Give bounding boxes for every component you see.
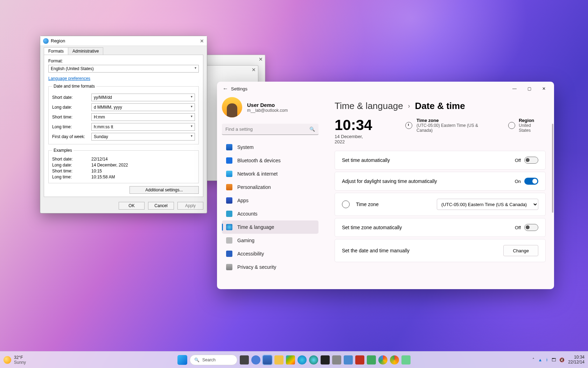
change-button[interactable]: Change bbox=[503, 245, 538, 256]
maximize-button[interactable]: ▢ bbox=[522, 83, 537, 94]
app-icon[interactable] bbox=[367, 355, 376, 364]
sidebar-label: Bluetooth & devices bbox=[237, 158, 281, 163]
terminal-icon[interactable] bbox=[321, 355, 330, 364]
auto-time-toggle[interactable] bbox=[524, 157, 538, 164]
user-email: m__lab@outlook.com bbox=[247, 108, 288, 113]
avatar[interactable] bbox=[222, 97, 242, 117]
start-button[interactable] bbox=[177, 355, 187, 365]
explorer-icon[interactable] bbox=[274, 355, 284, 364]
dst-toggle[interactable] bbox=[524, 178, 538, 185]
scrollbar-thumb[interactable] bbox=[552, 124, 553, 213]
card-auto-time: Set time automatically Off bbox=[335, 151, 546, 170]
manual-time-label: Set the date and time manually bbox=[342, 248, 410, 253]
sidebar-label: Accessibility bbox=[237, 251, 264, 257]
sidebar-label: Accounts bbox=[237, 211, 258, 217]
breadcrumb-parent[interactable]: Time & language bbox=[335, 101, 403, 111]
taskbar-search[interactable]: 🔍Search bbox=[190, 355, 237, 365]
sidebar-item-gaming[interactable]: Gaming bbox=[222, 234, 318, 247]
settings-icon[interactable] bbox=[263, 355, 272, 364]
search-icon: 🔍 bbox=[194, 357, 200, 362]
chat-icon[interactable] bbox=[251, 355, 260, 364]
app-icon[interactable] bbox=[401, 355, 411, 364]
sidebar-item-privacy[interactable]: Privacy & security bbox=[222, 260, 318, 274]
apply-button[interactable]: Apply bbox=[177, 202, 203, 210]
language-preferences-link[interactable]: Language preferences bbox=[48, 76, 90, 81]
timezone-select[interactable]: (UTC-05:00) Eastern Time (US & Canada) bbox=[437, 199, 538, 210]
bluetooth-icon bbox=[226, 157, 232, 164]
long-date-select[interactable]: d MMMM, yyyy bbox=[91, 103, 195, 111]
system-icon bbox=[226, 144, 232, 150]
sidebar-item-personalization[interactable]: Personalization bbox=[222, 180, 318, 194]
weather-cond: Sunny bbox=[14, 360, 26, 365]
close-icon[interactable]: ✕ bbox=[259, 56, 263, 62]
timezone-row-label: Time zone bbox=[356, 202, 379, 207]
tab-administrative[interactable]: Administrative bbox=[68, 47, 103, 55]
region-titlebar[interactable]: Region ✕ bbox=[40, 36, 207, 46]
format-select[interactable]: English (United States) bbox=[48, 65, 199, 73]
globe-icon bbox=[508, 122, 515, 129]
formats-group-label: Date and time formats bbox=[52, 84, 96, 89]
onedrive-icon[interactable]: ▲ bbox=[538, 357, 542, 362]
first-day-select[interactable]: Sunday bbox=[91, 133, 195, 141]
additional-settings-button[interactable]: Additional settings... bbox=[130, 186, 199, 194]
brush-icon bbox=[226, 184, 232, 190]
taskbar-clock[interactable]: 10:34 22/12/14 bbox=[568, 355, 584, 365]
cancel-button[interactable]: Cancel bbox=[148, 202, 174, 210]
sidebar-item-apps[interactable]: Apps bbox=[222, 194, 318, 207]
card-timezone: Time zone (UTC-05:00) Eastern Time (US &… bbox=[335, 193, 546, 216]
region-value: United States bbox=[519, 123, 544, 133]
sidebar-item-accounts[interactable]: Accounts bbox=[222, 207, 318, 220]
app-icon[interactable] bbox=[344, 355, 353, 364]
sidebar-label: Gaming bbox=[237, 238, 254, 243]
taskview-icon[interactable] bbox=[240, 355, 249, 364]
chrome-icon[interactable] bbox=[378, 355, 387, 364]
sidebar-label: Time & language bbox=[237, 224, 274, 230]
wifi-icon bbox=[226, 171, 232, 177]
sun-icon bbox=[4, 356, 11, 364]
gamepad-icon bbox=[226, 237, 232, 244]
close-icon[interactable]: ✕ bbox=[200, 38, 204, 44]
bluetooth-icon[interactable]: ᚼ bbox=[546, 357, 548, 362]
sidebar-item-network[interactable]: Network & internet bbox=[222, 167, 318, 180]
app-icon[interactable] bbox=[332, 355, 341, 364]
edge-dev-icon[interactable] bbox=[309, 355, 318, 364]
auto-tz-toggle[interactable] bbox=[524, 224, 538, 231]
long-time-select[interactable]: h:mm:ss tt bbox=[91, 123, 195, 131]
card-manual-time: Set the date and time manually Change bbox=[335, 239, 546, 262]
battery-icon[interactable]: 🗔 bbox=[552, 357, 556, 362]
sidebar-item-accessibility[interactable]: Accessibility bbox=[222, 247, 318, 260]
sidebar-item-bluetooth[interactable]: Bluetooth & devices bbox=[222, 154, 318, 167]
weather-widget[interactable]: 32°F Sunny bbox=[4, 355, 26, 365]
scrollbar[interactable] bbox=[552, 124, 553, 286]
chrome-canary-icon[interactable] bbox=[390, 355, 399, 364]
short-date-select[interactable]: yy/MM/dd bbox=[91, 94, 195, 101]
taskbar: 32°F Sunny 🔍Search ˄ ▲ ᚼ 🗔 🔇 10:34 22/12… bbox=[0, 351, 588, 368]
ok-button[interactable]: OK bbox=[119, 202, 145, 210]
search-icon[interactable]: 🔍 bbox=[309, 127, 315, 132]
region-title: Region bbox=[51, 38, 65, 43]
sidebar-item-system[interactable]: System bbox=[222, 141, 318, 154]
close-button[interactable]: ✕ bbox=[537, 83, 551, 94]
edge-icon[interactable] bbox=[298, 355, 307, 364]
app-icon[interactable] bbox=[355, 355, 364, 364]
timezone-value: (UTC-05:00) Eastern Time (US & Canada) bbox=[416, 123, 494, 133]
chevron-right-icon: › bbox=[408, 102, 410, 110]
globe-icon bbox=[43, 38, 49, 44]
volume-mute-icon[interactable]: 🔇 bbox=[559, 357, 565, 362]
chevron-up-icon[interactable]: ˄ bbox=[532, 357, 534, 362]
store-icon[interactable] bbox=[286, 355, 295, 364]
minimize-button[interactable]: ― bbox=[507, 83, 522, 94]
sidebar-item-time-language[interactable]: Time & language bbox=[222, 220, 318, 234]
back-button[interactable]: ← bbox=[220, 86, 231, 92]
page-title: Date & time bbox=[415, 101, 465, 111]
sidebar-label: Privacy & security bbox=[237, 264, 276, 270]
close-icon[interactable]: ✕ bbox=[252, 67, 256, 73]
window-title: Settings bbox=[231, 86, 247, 91]
short-time-label: Short time: bbox=[52, 115, 91, 120]
short-time-select[interactable]: H:mm bbox=[91, 113, 195, 121]
ex-long-time-value: 10:15:58 AM bbox=[91, 175, 115, 179]
tab-formats[interactable]: Formats bbox=[44, 47, 68, 55]
first-day-label: First day of week: bbox=[52, 134, 91, 139]
long-date-label: Long date: bbox=[52, 105, 91, 110]
search-input[interactable] bbox=[222, 124, 318, 135]
